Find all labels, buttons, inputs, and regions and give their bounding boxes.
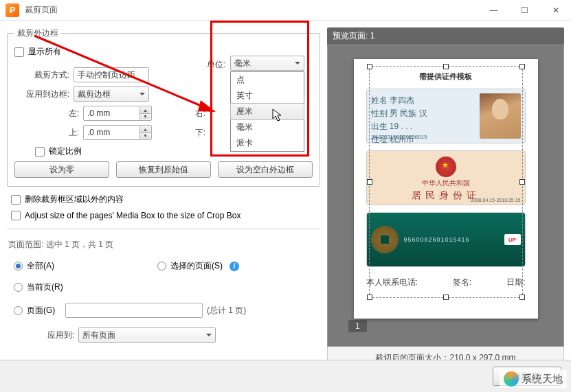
watermark-text: 系统天地 <box>522 373 563 386</box>
all-pages-radio[interactable] <box>14 262 23 270</box>
set-blank-button[interactable]: 设为空白外边框 <box>218 161 313 178</box>
titlebar: P 裁剪页面 — ☐ ✕ <box>0 0 571 21</box>
all-pages-label: 全部(A) <box>27 260 54 272</box>
dialog-footer: 确定(O) <box>0 360 571 392</box>
left-label: 左: <box>14 108 79 119</box>
unit-select[interactable]: 毫米 <box>230 56 304 71</box>
minimize-button[interactable]: — <box>478 0 509 21</box>
unit-option-pica[interactable]: 派卡 <box>231 135 304 151</box>
crop-handle-r[interactable] <box>519 179 525 185</box>
crop-mode-label: 裁剪方式: <box>14 69 69 81</box>
preview-page[interactable]: 需提供证件模板 姓名 李四杰 性别 男 民族 汉 出生 19 . . . 住址 … <box>354 59 538 319</box>
unit-option-cm[interactable]: 厘米 <box>230 103 304 120</box>
unit-label: 单位: <box>207 59 225 71</box>
selected-pages-label: 选择的页面(S) <box>170 260 223 272</box>
apply-border-label: 应用到边框: <box>14 89 69 100</box>
preview-area: 需提供证件模板 姓名 李四杰 性别 男 民族 汉 出生 19 . . . 住址 … <box>327 45 564 347</box>
current-page-radio[interactable] <box>14 283 23 292</box>
crop-handle-tl[interactable] <box>367 64 372 69</box>
unit-option-inch[interactable]: 英寸 <box>231 88 304 104</box>
apply-border-select[interactable]: 裁剪边框 <box>74 87 149 102</box>
unit-dropdown-list[interactable]: 点 英寸 厘米 毫米 派卡 <box>230 71 304 152</box>
adjust-media-checkbox[interactable] <box>11 211 21 220</box>
bottom-label: 下: <box>186 127 205 139</box>
apply-to-label: 应用到: <box>14 330 74 341</box>
selected-pages-radio[interactable] <box>157 262 166 270</box>
reset-button[interactable]: 恢复到原始值 <box>116 161 211 178</box>
pages-radio[interactable] <box>14 306 23 315</box>
remove-outside-label: 删除裁剪框区域以外的内容 <box>25 194 124 205</box>
crop-handle-bl[interactable] <box>367 295 372 300</box>
page-range-title: 页面范围: 选中 1 页，共 1 页 <box>8 239 320 251</box>
page-thumb-tab[interactable]: 1 <box>348 320 367 332</box>
unit-option-point[interactable]: 点 <box>231 72 304 88</box>
divider <box>7 229 320 229</box>
watermark: 系统天地 <box>500 370 567 388</box>
top-spinner[interactable]: .0 mm ▲▼ <box>83 125 152 140</box>
info-icon[interactable]: i <box>229 262 239 271</box>
crop-handle-b[interactable] <box>443 295 449 300</box>
maximize-button[interactable]: ☐ <box>509 0 540 21</box>
show-all-checkbox[interactable] <box>14 47 24 57</box>
left-spinner[interactable]: .0 mm ▲▼ <box>83 106 152 121</box>
crop-selection[interactable] <box>369 66 523 298</box>
unit-option-mm[interactable]: 毫米 <box>231 119 304 135</box>
crop-handle-br[interactable] <box>519 295 525 300</box>
crop-handle-l[interactable] <box>367 179 372 185</box>
apply-to-select[interactable]: 所有页面 <box>78 327 216 343</box>
show-all-label: 显示所有 <box>28 46 61 58</box>
current-page-label: 当前页(R) <box>27 281 63 293</box>
group-title: 裁剪外边框 <box>14 27 61 39</box>
pages-input[interactable] <box>65 303 203 318</box>
cursor-icon <box>272 108 283 122</box>
crop-handle-t[interactable] <box>443 64 449 69</box>
lock-ratio-checkbox[interactable] <box>35 147 45 157</box>
top-label: 上: <box>14 127 79 139</box>
preview-header: 预览页面: 1 <box>327 27 564 45</box>
pages-total-label: (总计 1 页) <box>207 305 246 316</box>
right-label: 右: <box>186 108 205 119</box>
adjust-media-label: Adjust size of the pages' Media Box to t… <box>25 211 240 220</box>
lock-ratio-label: 锁定比例 <box>49 146 82 157</box>
crop-mode-input[interactable]: 手动控制页边距 <box>74 67 149 82</box>
app-icon: P <box>5 3 19 17</box>
window-title: 裁剪页面 <box>25 4 478 16</box>
crop-handle-tr[interactable] <box>519 64 525 69</box>
pages-label: 页面(G) <box>27 305 61 316</box>
watermark-logo-icon <box>504 371 519 387</box>
close-button[interactable]: ✕ <box>540 0 571 21</box>
set-zero-button[interactable]: 设为零 <box>14 161 109 178</box>
remove-outside-checkbox[interactable] <box>11 195 21 205</box>
